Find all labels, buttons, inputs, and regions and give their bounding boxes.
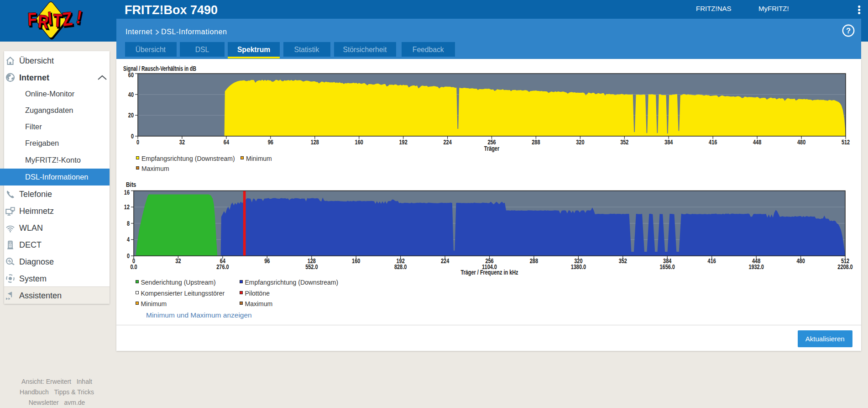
svg-text:480: 480: [797, 139, 805, 146]
svg-text:0: 0: [127, 253, 130, 260]
svg-text:40: 40: [128, 91, 134, 98]
svg-text:0: 0: [131, 133, 134, 140]
svg-text:60: 60: [128, 72, 134, 79]
svg-text:96: 96: [268, 139, 273, 146]
svg-text:288: 288: [530, 258, 538, 265]
svg-text:192: 192: [399, 139, 407, 146]
svg-text:352: 352: [620, 139, 628, 146]
svg-text:32: 32: [179, 139, 185, 146]
svg-text:1656.0: 1656.0: [660, 263, 675, 270]
svg-text:416: 416: [708, 258, 716, 265]
svg-text:96: 96: [264, 258, 270, 265]
svg-text:1932.0: 1932.0: [748, 263, 763, 270]
svg-text:288: 288: [532, 139, 540, 146]
svg-text:0.0: 0.0: [130, 263, 137, 270]
svg-text:160: 160: [355, 139, 363, 146]
svg-text:4: 4: [127, 236, 130, 244]
svg-text:552.0: 552.0: [305, 263, 318, 270]
svg-text:1380.0: 1380.0: [571, 263, 586, 270]
svg-text:2208.0: 2208.0: [837, 263, 852, 270]
svg-text:416: 416: [709, 139, 717, 146]
svg-text:448: 448: [753, 139, 761, 146]
svg-text:128: 128: [311, 139, 319, 146]
svg-text:276.0: 276.0: [216, 263, 229, 270]
svg-text:F: F: [27, 9, 37, 30]
svg-text:T: T: [53, 10, 63, 31]
svg-text:8: 8: [127, 220, 130, 228]
svg-text:352: 352: [619, 258, 627, 265]
svg-text:64: 64: [224, 139, 229, 146]
svg-text:20: 20: [128, 112, 134, 119]
svg-text:Signal / Rausch-Verhältnis in: Signal / Rausch-Verhältnis in dB: [123, 65, 196, 72]
svg-text:828.0: 828.0: [394, 263, 407, 270]
svg-text:224: 224: [443, 139, 451, 146]
svg-text:224: 224: [441, 258, 449, 265]
svg-text:384: 384: [664, 139, 673, 146]
svg-text:480: 480: [796, 258, 805, 265]
svg-text:Träger: Träger: [484, 145, 499, 152]
svg-text:0: 0: [136, 139, 139, 146]
svg-text:16: 16: [124, 189, 130, 196]
svg-text:160: 160: [352, 258, 360, 265]
svg-text:Träger / Frequenz in kHz: Träger / Frequenz in kHz: [460, 269, 518, 276]
svg-text:Bits: Bits: [126, 180, 136, 188]
svg-text:12: 12: [124, 204, 130, 211]
svg-text:32: 32: [175, 258, 181, 265]
svg-text:320: 320: [576, 139, 584, 146]
svg-text:512: 512: [842, 139, 850, 146]
svg-text:?: ?: [846, 26, 851, 35]
